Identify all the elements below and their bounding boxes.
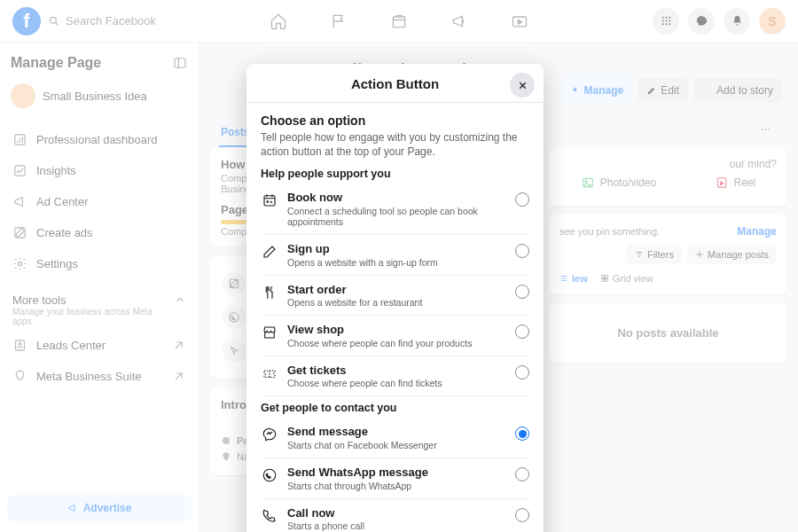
option-call-now[interactable]: Call nowStarts a phone call (261, 499, 529, 532)
svg-point-10 (661, 23, 663, 25)
sidebar-more-tools[interactable]: More toolsManage your business across Me… (7, 290, 192, 330)
add-story-button[interactable]: Add to story (693, 78, 782, 103)
svg-rect-2 (393, 17, 404, 27)
svg-point-34 (263, 469, 276, 481)
sidebar-page-chip[interactable]: Small Business Idea (7, 80, 192, 119)
watch-icon[interactable] (511, 12, 528, 30)
modal-heading: Choose an option (261, 113, 529, 128)
svg-rect-29 (605, 276, 607, 278)
feed-header-card: see you pin something.Manage Filters Man… (549, 215, 787, 294)
option-send-message[interactable]: Send messageStarts chat on Facebook Mess… (261, 418, 529, 458)
svg-rect-16 (15, 166, 25, 176)
megaphone-icon[interactable] (450, 12, 468, 30)
option-book-now[interactable]: Book nowConnect a scheduling tool so peo… (261, 184, 529, 235)
compose-card[interactable]: our mind? Photo/video Reel (549, 147, 787, 206)
action-button-modal: Action Button Choose an option Tell peop… (246, 64, 544, 532)
svg-point-33 (267, 201, 269, 203)
grid-view-toggle[interactable]: Grid view (600, 273, 653, 284)
svg-point-5 (665, 17, 667, 19)
search-input[interactable]: Search Facebook (48, 14, 156, 27)
manage-posts-button[interactable]: Manage posts (687, 245, 777, 264)
chevron-up-icon (174, 293, 186, 306)
empty-feed: No posts available (549, 303, 787, 363)
svg-point-9 (669, 20, 670, 22)
svg-line-1 (56, 22, 59, 25)
manage-link[interactable]: Manage (737, 225, 777, 238)
sidebar-title: Manage Page (11, 55, 101, 71)
svg-point-7 (661, 20, 663, 22)
whatsapp-icon (261, 466, 278, 484)
manage-button[interactable]: Manage (561, 78, 633, 103)
radio[interactable] (515, 467, 529, 481)
pencil-icon (261, 243, 278, 261)
svg-point-18 (18, 262, 21, 265)
filters-button[interactable]: Filters (627, 245, 682, 264)
svg-rect-31 (605, 278, 607, 281)
sidebar-item-settings[interactable]: Settings (7, 248, 192, 279)
radio[interactable] (515, 365, 529, 379)
sidebar-page-name: Small Business Idea (43, 90, 147, 103)
sidebar-item-leads[interactable]: Leads Center (7, 330, 192, 361)
calendar-icon (261, 192, 278, 209)
radio-selected[interactable] (515, 426, 529, 441)
radio[interactable] (515, 325, 529, 339)
svg-point-11 (665, 23, 667, 25)
option-sign-up[interactable]: Sign upOpens a website with a sign-up fo… (261, 235, 529, 276)
bell-icon[interactable] (724, 8, 750, 35)
advertise-button[interactable]: Advertise (7, 495, 192, 521)
svg-point-6 (669, 17, 670, 19)
svg-point-12 (669, 23, 670, 25)
center-nav (270, 12, 528, 30)
tab-more-button[interactable]: ··· (754, 119, 778, 140)
close-button[interactable] (510, 73, 535, 98)
account-avatar[interactable]: S (759, 8, 786, 35)
shop-icon (261, 324, 278, 341)
option-view-shop[interactable]: View shopChoose where people can find yo… (261, 316, 529, 356)
sidebar-item-create-ads[interactable]: Create ads (7, 217, 192, 248)
option-whatsapp[interactable]: Send WhatsApp messageStarts chat through… (261, 458, 529, 499)
sidebar-item-pro-dashboard[interactable]: Professional dashboard (7, 124, 192, 155)
facebook-logo[interactable]: f (12, 7, 41, 35)
sidebar-item-ad-center[interactable]: Ad Center (7, 186, 192, 217)
sidebar-item-mbs[interactable]: Meta Business Suite (7, 361, 192, 392)
radio[interactable] (515, 192, 529, 207)
flag-icon[interactable] (330, 12, 348, 30)
radio[interactable] (515, 244, 529, 258)
compose-reel[interactable]: Reel (715, 176, 756, 190)
collapse-icon[interactable] (172, 55, 188, 71)
top-right-icons: S (653, 8, 786, 35)
compose-photo-video[interactable]: Photo/video (581, 176, 656, 190)
messenger-icon (261, 426, 278, 443)
svg-rect-30 (601, 278, 604, 281)
svg-point-20 (19, 343, 21, 346)
svg-point-8 (665, 20, 667, 22)
phone-icon (261, 507, 278, 525)
sidebar: Manage Page Small Business Idea Professi… (0, 43, 200, 532)
external-icon (171, 338, 186, 353)
modal-subheading: Tell people how to engage with you by cu… (261, 130, 529, 159)
svg-point-4 (661, 17, 663, 19)
svg-rect-28 (601, 276, 604, 278)
marketplace-icon[interactable] (390, 12, 408, 30)
svg-rect-13 (175, 59, 185, 68)
section-contact: Get people to contact you (261, 402, 529, 414)
radio[interactable] (515, 508, 529, 522)
edit-button[interactable]: Edit (638, 78, 688, 103)
external-icon (171, 369, 186, 384)
ticket-icon (261, 364, 278, 382)
messenger-icon[interactable] (688, 8, 715, 35)
home-icon[interactable] (270, 12, 287, 30)
option-get-tickets[interactable]: Get ticketsChoose where people can find … (261, 356, 529, 397)
menu-grid-icon[interactable] (653, 8, 679, 35)
modal-title: Action Button (246, 76, 544, 91)
section-support: Help people support you (261, 168, 529, 180)
page-actions: Manage Edit Add to story (561, 78, 782, 103)
list-view-toggle[interactable]: iew (559, 273, 588, 284)
search-placeholder: Search Facebook (66, 14, 156, 27)
option-start-order[interactable]: Start orderOpens a website for a restaur… (261, 276, 529, 317)
radio[interactable] (515, 285, 529, 299)
svg-point-22 (230, 313, 239, 323)
page-avatar (11, 83, 35, 108)
sidebar-item-insights[interactable]: Insights (7, 155, 192, 186)
utensils-icon (261, 284, 278, 301)
